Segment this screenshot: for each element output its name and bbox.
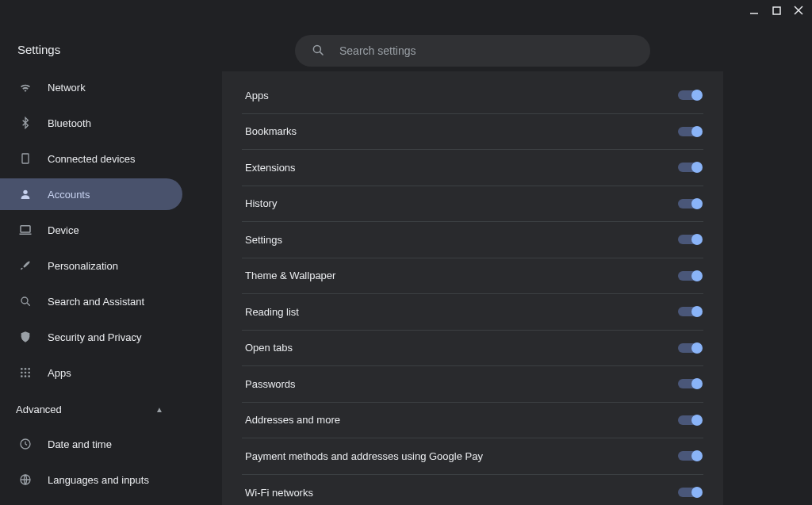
- sidebar-item-bluetooth[interactable]: Bluetooth: [0, 107, 182, 139]
- svg-point-10: [21, 297, 28, 304]
- header: Settings: [0, 0, 812, 71]
- sync-row-label: Open tabs: [242, 342, 293, 354]
- sync-row-label: History: [242, 197, 277, 209]
- sidebar-item-label: Apps: [48, 367, 71, 379]
- sidebar-item-connected-devices[interactable]: Connected devices: [0, 143, 182, 174]
- sync-row-label: Payment methods and addresses using Goog…: [242, 450, 483, 462]
- main-panel: Apps Bookmarks Extensions History Settin…: [222, 71, 723, 505]
- svg-point-20: [28, 375, 30, 377]
- maximize-button[interactable]: [771, 5, 782, 16]
- wifi-icon: [17, 80, 33, 94]
- svg-point-16: [25, 372, 27, 374]
- sidebar-item-languages[interactable]: Languages and inputs: [0, 464, 182, 495]
- toggle-apps[interactable]: [678, 90, 702, 100]
- search-box[interactable]: [295, 35, 650, 67]
- sidebar-item-security[interactable]: Security and Privacy: [0, 321, 182, 353]
- clock-icon: [17, 438, 33, 450]
- sidebar-item-label: Security and Privacy: [48, 331, 142, 343]
- sidebar-item-search-assistant[interactable]: Search and Assistant: [0, 285, 182, 317]
- search-icon: [17, 295, 33, 308]
- sync-row-label: Passwords: [242, 378, 296, 390]
- search-icon: [311, 43, 325, 59]
- laptop-icon: [17, 223, 33, 237]
- svg-point-18: [21, 375, 23, 377]
- sync-row-bookmarks: Bookmarks: [242, 114, 703, 151]
- svg-point-13: [25, 368, 27, 370]
- advanced-toggle[interactable]: Advanced ▲: [0, 393, 222, 425]
- sidebar-item-label: Network: [48, 82, 86, 94]
- sync-row-extensions: Extensions: [242, 150, 703, 186]
- sync-row-label: Extensions: [242, 162, 296, 174]
- sidebar-item-accounts[interactable]: Accounts: [0, 178, 182, 210]
- toggle-addresses[interactable]: [678, 415, 702, 425]
- sync-row-label: Bookmarks: [242, 125, 297, 137]
- sidebar-item-apps[interactable]: Apps: [0, 357, 182, 388]
- svg-point-4: [313, 45, 320, 52]
- toggle-open-tabs[interactable]: [678, 343, 702, 353]
- svg-point-14: [28, 368, 30, 370]
- sync-row-open-tabs: Open tabs: [242, 331, 703, 367]
- toggle-payment[interactable]: [678, 451, 702, 461]
- toggle-theme[interactable]: [678, 271, 702, 281]
- window-controls: [749, 5, 804, 16]
- toggle-settings[interactable]: [678, 235, 702, 244]
- sync-row-wifi: Wi-Fi networks: [242, 475, 703, 506]
- svg-point-12: [21, 368, 23, 370]
- toggle-extensions[interactable]: [678, 163, 702, 172]
- svg-line-11: [27, 303, 29, 305]
- toggle-passwords[interactable]: [678, 379, 702, 388]
- sync-row-label: Apps: [242, 90, 269, 101]
- sidebar-item-label: Device: [48, 224, 79, 236]
- close-button[interactable]: [793, 5, 804, 16]
- sidebar-item-label: Personalization: [48, 260, 118, 272]
- brush-icon: [17, 259, 33, 272]
- sync-row-label: Addresses and more: [242, 414, 340, 426]
- svg-point-17: [28, 372, 30, 374]
- svg-rect-6: [22, 154, 29, 163]
- svg-point-19: [25, 375, 27, 377]
- sync-row-label: Wi-Fi networks: [242, 487, 313, 499]
- sidebar-item-network[interactable]: Network: [0, 71, 182, 103]
- svg-rect-8: [21, 226, 30, 232]
- advanced-label: Advanced: [16, 404, 62, 415]
- sync-row-settings: Settings: [242, 222, 703, 258]
- sidebar-item-label: Search and Assistant: [48, 296, 144, 308]
- sidebar-item-personalization[interactable]: Personalization: [0, 250, 182, 281]
- search-input[interactable]: [339, 44, 634, 57]
- sidebar-item-label: Connected devices: [48, 153, 136, 165]
- sync-row-addresses: Addresses and more: [242, 403, 703, 439]
- chevron-up-icon: ▲: [155, 405, 163, 414]
- globe-icon: [17, 473, 33, 486]
- sync-row-label: Reading list: [242, 306, 299, 318]
- sync-row-theme: Theme & Wallpaper: [242, 258, 703, 295]
- sync-options-list: Apps Bookmarks Extensions History Settin…: [222, 71, 723, 505]
- sync-row-payment: Payment methods and addresses using Goog…: [242, 438, 703, 475]
- sync-row-reading-list: Reading list: [242, 294, 703, 331]
- sidebar: Network Bluetooth Connected devices Acco…: [0, 71, 222, 505]
- sidebar-item-datetime[interactable]: Date and time: [0, 428, 182, 460]
- sync-row-history: History: [242, 186, 703, 223]
- sidebar-item-label: Languages and inputs: [48, 474, 149, 486]
- svg-point-7: [23, 190, 27, 194]
- grid-icon: [17, 366, 33, 379]
- toggle-history[interactable]: [678, 199, 702, 209]
- sidebar-item-label: Date and time: [48, 438, 112, 450]
- person-icon: [17, 188, 33, 201]
- sync-row-label: Settings: [242, 234, 282, 246]
- sidebar-item-label: Accounts: [48, 189, 90, 201]
- minimize-button[interactable]: [749, 5, 760, 16]
- right-gutter: [723, 71, 812, 505]
- bluetooth-icon: [17, 117, 33, 129]
- svg-point-15: [21, 372, 23, 374]
- devices-icon: [17, 152, 33, 165]
- svg-rect-1: [773, 7, 780, 14]
- toggle-wifi[interactable]: [678, 488, 702, 497]
- shield-icon: [17, 331, 33, 343]
- svg-line-5: [320, 52, 323, 54]
- toggle-reading-list[interactable]: [678, 307, 702, 316]
- sync-row-label: Theme & Wallpaper: [242, 270, 335, 281]
- sidebar-item-label: Bluetooth: [48, 117, 91, 129]
- toggle-bookmarks[interactable]: [678, 127, 702, 136]
- sync-row-passwords: Passwords: [242, 366, 703, 403]
- sidebar-item-device[interactable]: Device: [0, 214, 182, 246]
